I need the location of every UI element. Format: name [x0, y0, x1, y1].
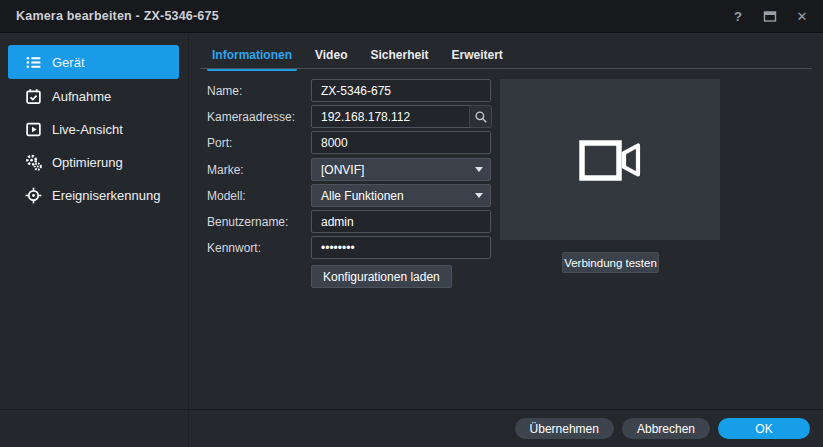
gears-icon — [25, 154, 42, 171]
port-input[interactable] — [311, 131, 491, 154]
calendar-check-icon — [25, 88, 42, 105]
chevron-down-icon — [475, 167, 483, 172]
name-label: Name: — [207, 84, 242, 98]
cancel-button[interactable]: Abbrechen — [622, 418, 710, 439]
content-panel: Informationen Video Sicherheit Erweitert… — [189, 34, 823, 409]
camera-preview-box — [500, 79, 720, 240]
sidebar-item-geraet[interactable]: Gerät — [8, 45, 179, 79]
crosshair-icon — [25, 187, 42, 204]
tab-underline — [200, 68, 812, 69]
brand-label: Marke: — [207, 163, 244, 177]
model-label: Modell: — [207, 189, 246, 203]
tab-informationen[interactable]: Informationen — [207, 44, 297, 71]
sidebar-item-label: Gerät — [52, 55, 85, 70]
window-controls: ? ✕ — [729, 0, 811, 33]
password-label: Kennwort: — [207, 241, 261, 255]
tab-sicherheit[interactable]: Sicherheit — [365, 44, 433, 71]
sidebar: Gerät Aufnahme Live-Ansicht — [0, 34, 188, 447]
window-title: Kamera bearbeiten - ZX-5346-675 — [16, 9, 219, 23]
sidebar-item-ereigniserkennung[interactable]: Ereigniserkennung — [8, 179, 179, 211]
ok-button[interactable]: OK — [718, 418, 810, 439]
close-icon[interactable]: ✕ — [793, 8, 811, 26]
titlebar: Kamera bearbeiten - ZX-5346-675 ? ✕ — [0, 0, 823, 33]
sidebar-item-optimierung[interactable]: Optimierung — [8, 146, 179, 178]
chevron-down-icon — [475, 193, 483, 198]
load-configurations-button[interactable]: Konfigurationen laden — [311, 265, 452, 288]
sidebar-item-label: Aufnahme — [52, 89, 111, 104]
sidebar-item-label: Optimierung — [52, 155, 123, 170]
camera-address-label: Kameraadresse: — [207, 110, 295, 124]
model-select[interactable]: Alle Funktionen — [311, 184, 491, 207]
brand-select[interactable]: [ONVIF] — [311, 158, 491, 181]
camera-edit-dialog: Kamera bearbeiten - ZX-5346-675 ? ✕ — [0, 0, 823, 447]
footer-bar: Übernehmen Abbrechen OK — [0, 410, 823, 447]
search-camera-button[interactable] — [469, 105, 492, 128]
tab-video[interactable]: Video — [310, 44, 352, 71]
sidebar-item-aufnahme[interactable]: Aufnahme — [8, 80, 179, 112]
maximize-icon[interactable] — [761, 8, 779, 26]
sidebar-item-label: Ereigniserkennung — [52, 188, 160, 203]
apply-button[interactable]: Übernehmen — [515, 418, 614, 439]
camera-address-input[interactable] — [311, 105, 491, 128]
username-label: Benutzername: — [207, 215, 288, 229]
password-input[interactable] — [311, 236, 491, 259]
username-input[interactable] — [311, 210, 491, 233]
brand-selected-value: [ONVIF] — [321, 163, 364, 177]
test-connection-button[interactable]: Verbindung testen — [562, 252, 659, 273]
model-selected-value: Alle Funktionen — [321, 189, 404, 203]
sidebar-item-live-ansicht[interactable]: Live-Ansicht — [8, 113, 179, 145]
sidebar-item-label: Live-Ansicht — [52, 122, 123, 137]
search-icon — [474, 110, 488, 124]
video-camera-icon — [578, 136, 642, 184]
tab-erweitert[interactable]: Erweitert — [447, 44, 508, 71]
port-label: Port: — [207, 136, 232, 150]
name-input[interactable] — [311, 79, 491, 102]
help-icon[interactable]: ? — [729, 8, 747, 26]
tab-bar: Informationen Video Sicherheit Erweitert — [207, 44, 508, 71]
list-icon — [25, 54, 42, 71]
play-square-icon — [25, 121, 42, 138]
